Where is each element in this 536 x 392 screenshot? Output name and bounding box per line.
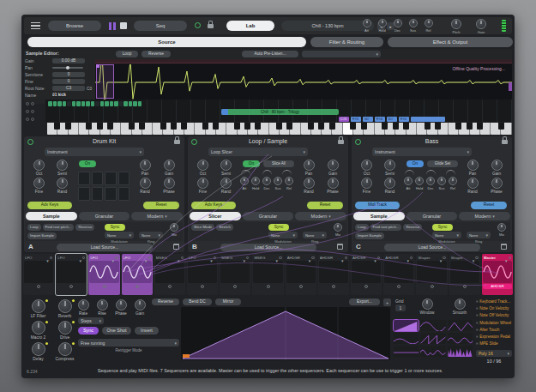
mod-slot-output-dot[interactable] — [168, 285, 172, 288]
step-cell[interactable] — [91, 101, 95, 106]
piano-key-black[interactable] — [382, 123, 388, 130]
mod-slot[interactable]: LFO — [23, 254, 54, 295]
power-icon[interactable] — [82, 256, 86, 260]
mod-slot-output-dot[interactable] — [103, 285, 106, 288]
browse-button[interactable]: Browse — [48, 21, 101, 31]
seq-button[interactable]: Seq — [134, 21, 187, 31]
knob[interactable]: Oct — [27, 160, 51, 176]
fx-knob[interactable]: Macro 2 — [27, 321, 50, 340]
mod-slot[interactable]: LFO — [122, 254, 153, 295]
tab-modern[interactable]: Modern — [295, 212, 346, 220]
reverse-shape-button[interactable]: Reverse — [152, 299, 179, 305]
chevron-down-icon[interactable] — [243, 250, 245, 266]
knob[interactable]: Fine — [27, 178, 51, 194]
knob[interactable]: Dec — [425, 177, 436, 190]
mod-slot[interactable]: AHDSR — [351, 254, 382, 295]
tab-filter-routing[interactable]: Filter & Routing — [310, 37, 383, 47]
fx-knob[interactable]: Delay — [27, 342, 50, 361]
waveshape-thumb-sine[interactable] — [420, 320, 445, 331]
param-value-field[interactable]: 0 — [52, 79, 85, 85]
piano-key-black[interactable] — [234, 123, 240, 130]
waveform-scroll-handle[interactable] — [509, 82, 512, 91]
sync-button[interactable]: Sync — [105, 224, 125, 231]
chevron-down-icon[interactable] — [374, 250, 376, 266]
knob[interactable]: Gain — [485, 160, 509, 176]
env-knob[interactable]: Rel — [424, 19, 433, 33]
param-value-field[interactable]: 01 kick — [52, 93, 85, 99]
tab-granular[interactable]: Granular — [243, 212, 294, 220]
knob[interactable]: Phase — [157, 178, 181, 194]
mod-slot-display[interactable] — [220, 261, 250, 283]
invert-button[interactable]: Invert — [135, 327, 159, 335]
pause-icon[interactable] — [109, 22, 116, 30]
mod-slot-display[interactable] — [352, 261, 381, 283]
note-chip[interactable] — [411, 117, 445, 122]
knob[interactable]: Gain — [321, 160, 345, 176]
mod-slot-display[interactable] — [384, 261, 413, 283]
trash-icon[interactable] — [173, 244, 179, 250]
step-cell[interactable] — [100, 101, 105, 106]
piano-key-black[interactable] — [181, 123, 187, 130]
lab-button[interactable]: Lab — [226, 21, 274, 31]
instrument-dropdown[interactable]: Instrument — [372, 148, 472, 156]
power-icon[interactable] — [50, 256, 53, 260]
tab-sample[interactable]: Sample — [353, 212, 405, 220]
sample-option-button[interactable]: Stretch — [216, 224, 233, 231]
export-button[interactable]: Export... — [349, 299, 380, 305]
power-icon[interactable] — [410, 256, 413, 260]
piano-key-black[interactable] — [129, 123, 135, 130]
piano-key-black[interactable] — [255, 123, 261, 130]
mod-slot[interactable]: MSEG — [154, 254, 185, 295]
piano-key-black[interactable] — [318, 123, 324, 130]
step-cell[interactable] — [72, 101, 76, 106]
mod-source-item[interactable]: After Touch — [476, 326, 513, 333]
mod-slot[interactable]: Shaper — [416, 254, 447, 295]
step-cell[interactable] — [57, 101, 62, 106]
waveshape-thumb-wavy[interactable] — [420, 346, 445, 357]
knob[interactable]: Gain — [157, 160, 181, 176]
mod-source-item[interactable]: MPE Slide — [476, 341, 513, 347]
power-icon[interactable] — [475, 256, 479, 260]
chevron-down-icon[interactable] — [112, 250, 115, 266]
step-cell[interactable] — [86, 101, 90, 106]
power-icon[interactable] — [443, 256, 446, 260]
note-chip[interactable]: D# — [387, 117, 397, 122]
mod-slot[interactable]: AHDSR — [383, 254, 414, 295]
pitch-knob[interactable]: Pitch — [450, 19, 462, 34]
reset-button[interactable]: Reset — [307, 202, 343, 209]
waveshape-thumb-wave[interactable] — [448, 333, 473, 344]
chevron-down-icon[interactable] — [210, 250, 213, 266]
track1-mute-solo[interactable] — [26, 102, 34, 106]
param-value-field[interactable]: 0.00 dB — [52, 58, 85, 64]
lock-icon[interactable] — [502, 140, 508, 144]
env-knob[interactable]: Dec — [393, 19, 402, 33]
modulation-dropdown[interactable]: None — [105, 232, 134, 238]
knob[interactable]: Semi — [51, 160, 74, 176]
piano-key-black[interactable] — [202, 123, 208, 130]
power-icon[interactable] — [115, 256, 118, 260]
piano-keys[interactable] — [47, 123, 512, 135]
instrument-dropdown[interactable]: Loop Slicer — [208, 148, 308, 156]
mix-knob[interactable]: Mix — [496, 223, 508, 237]
waveshape-thumb-noise[interactable] — [448, 346, 473, 357]
track2-mute-solo[interactable] — [26, 110, 34, 113]
chevron-down-icon[interactable] — [407, 250, 409, 266]
knob[interactable]: Fine — [191, 178, 214, 194]
waveshape-thumb-sine-low[interactable] — [394, 333, 419, 344]
mod-slot[interactable]: AHDSR — [318, 254, 349, 295]
slice-all-button[interactable]: Slice All — [263, 160, 294, 167]
step-cell[interactable] — [76, 101, 81, 106]
power-icon[interactable] — [377, 256, 381, 260]
adv-keys-button[interactable]: Adv Keys — [191, 202, 236, 209]
sample-option-button[interactable]: Reverse — [75, 224, 94, 231]
power-icon[interactable] — [27, 139, 33, 145]
mod-slot-display[interactable] — [319, 261, 348, 283]
reverse-button[interactable]: Reverse — [142, 51, 171, 57]
piano-key-black[interactable] — [86, 123, 92, 130]
sample-option-button[interactable]: Loop — [355, 224, 369, 231]
mod-slot-output-dot[interactable] — [69, 285, 73, 288]
power-icon[interactable] — [509, 256, 512, 260]
piano-key-black[interactable] — [171, 123, 177, 130]
mod-slot-display[interactable] — [188, 261, 217, 283]
modulation-dropdown[interactable]: None — [432, 232, 461, 238]
